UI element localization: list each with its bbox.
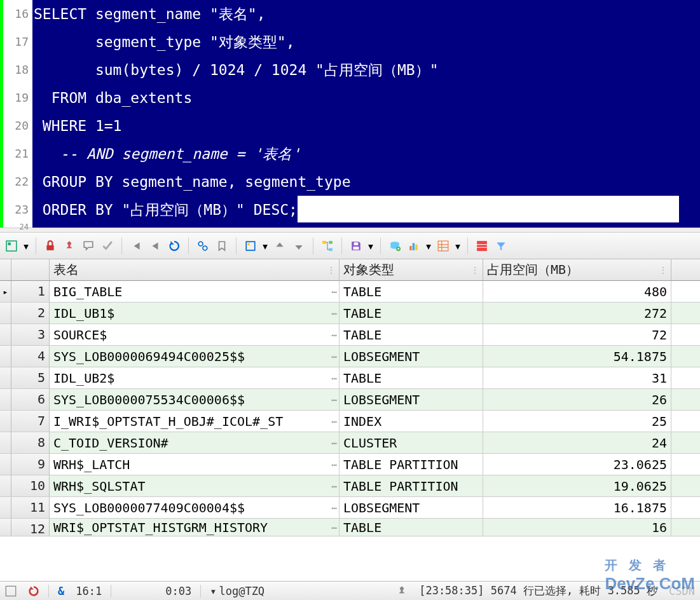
row-indicator[interactable]	[0, 497, 11, 518]
refresh-icon[interactable]	[167, 238, 182, 254]
cell-size[interactable]: 16.1875	[483, 497, 671, 518]
table-row[interactable]: 10 WRH$_SQLSTAT⋯ TABLE PARTITION 19.0625	[0, 475, 700, 497]
cell-name[interactable]: WRH$_LATCH⋯	[50, 454, 340, 475]
cell-type[interactable]: TABLE PARTITION	[340, 475, 483, 496]
cell-type[interactable]: TABLE	[340, 324, 483, 345]
row-number: 5	[11, 367, 50, 388]
cell-size[interactable]: 26	[483, 389, 671, 410]
sb-refresh-icon[interactable]	[25, 585, 42, 597]
grid-red-icon[interactable]	[474, 238, 490, 254]
dropdown-icon[interactable]: ▾	[455, 238, 461, 254]
bookmark-icon[interactable]	[214, 238, 230, 254]
cell-type[interactable]: CLUSTER	[340, 432, 483, 453]
table-row[interactable]: 11 SYS_LOB0000077409C00004$$⋯ LOBSEGMENT…	[0, 497, 700, 519]
column-header-type[interactable]: 对象类型⋮	[340, 259, 483, 280]
cell-size[interactable]: 272	[483, 303, 671, 324]
lock-icon[interactable]	[43, 238, 58, 254]
table-row[interactable]: 2 IDL_UB1$⋯ TABLE 272	[0, 303, 700, 324]
tree-icon[interactable]	[320, 238, 335, 254]
row-indicator[interactable]	[0, 324, 11, 345]
row-indicator[interactable]	[0, 367, 11, 388]
column-header-size[interactable]: 占用空间（MB）⋮	[483, 259, 671, 280]
cell-type[interactable]: TABLE	[340, 303, 483, 324]
save-icon[interactable]	[348, 238, 364, 254]
db-add-icon[interactable]	[387, 238, 402, 254]
dropdown-icon[interactable]: ▾	[262, 238, 268, 254]
cell-name[interactable]: BIG_TABLE⋯	[50, 281, 340, 302]
cell-type[interactable]: LOBSEGMENT	[340, 389, 483, 410]
cell-name[interactable]: IDL_UB2$⋯	[50, 367, 340, 388]
code-line: WHERE 1=1	[34, 112, 700, 140]
prev-icon[interactable]	[148, 238, 163, 254]
chart-icon[interactable]	[406, 238, 422, 254]
cell-type[interactable]: LOBSEGMENT	[340, 346, 483, 367]
table-row[interactable]: 9 WRH$_LATCH⋯ TABLE PARTITION 23.0625	[0, 454, 700, 475]
table-row[interactable]: 6 SYS_LOB0000075534C00006$$⋯ LOBSEGMENT …	[0, 389, 700, 411]
cell-name[interactable]: SYS_LOB0000075534C00006$$⋯	[50, 389, 340, 410]
row-indicator[interactable]: ▸	[0, 281, 11, 302]
code-text[interactable]: SELECT segment_name "表名", segment_type "…	[32, 0, 700, 228]
connection-dropdown[interactable]: ▾ log@TZQ	[207, 585, 267, 597]
dropdown-icon[interactable]: ▾	[23, 238, 29, 254]
check-icon[interactable]	[100, 238, 115, 254]
row-indicator[interactable]	[0, 454, 11, 475]
sb-ampersand-icon[interactable]: &	[55, 585, 67, 597]
cell-name[interactable]: IDL_UB1$⋯	[50, 303, 340, 324]
table-row[interactable]: 5 IDL_UB2$⋯ TABLE 31	[0, 367, 700, 389]
cell-name[interactable]: SYS_LOB0000077409C00004$$⋯	[50, 497, 340, 518]
sql-editor[interactable]: 16 17 18 19 20 21 22 23 24 SELECT segmen…	[0, 0, 700, 228]
row-indicator[interactable]	[0, 346, 11, 367]
cell-size[interactable]: 23.0625	[483, 454, 671, 475]
row-indicator[interactable]	[0, 389, 11, 410]
cell-size[interactable]: 16	[483, 519, 671, 536]
row-indicator[interactable]	[0, 432, 11, 453]
horizontal-splitter[interactable]	[0, 228, 700, 233]
comment-icon[interactable]	[81, 238, 96, 254]
table-row[interactable]: 7 I_WRI$_OPTSTAT_H_OBJ#_ICOL#_ST⋯ INDEX …	[0, 411, 700, 432]
cell-type[interactable]: TABLE	[340, 367, 483, 388]
cell-name[interactable]: SYS_LOB0000069494C00025$$⋯	[50, 346, 340, 367]
row-indicator[interactable]	[0, 303, 11, 324]
cell-type[interactable]: INDEX	[340, 411, 483, 432]
cell-name[interactable]: C_TOID_VERSION#⋯	[50, 432, 340, 453]
table-row[interactable]: 3 SOURCE$⋯ TABLE 72	[0, 324, 700, 346]
sb-rect-icon[interactable]	[3, 585, 19, 597]
cell-type[interactable]: TABLE	[340, 281, 483, 302]
export-icon[interactable]	[243, 238, 258, 254]
dropdown-icon[interactable]: ▾	[367, 238, 374, 254]
cell-size[interactable]: 24	[483, 432, 671, 453]
up-icon[interactable]	[272, 238, 287, 254]
cell-type[interactable]: LOBSEGMENT	[340, 497, 483, 518]
cell-size[interactable]: 31	[483, 367, 671, 388]
table-row[interactable]: 4 SYS_LOB0000069494C00025$$⋯ LOBSEGMENT …	[0, 346, 700, 367]
cell-type[interactable]: TABLE	[340, 519, 483, 536]
table-row[interactable]: 12 WRI$_OPTSTAT_HISTGRM_HISTORY⋯ TABLE 1…	[0, 519, 700, 536]
row-indicator[interactable]	[0, 411, 11, 432]
grid-view-icon[interactable]	[436, 238, 451, 254]
cell-name[interactable]: SOURCE$⋯	[50, 324, 340, 345]
cell-size[interactable]: 480	[483, 281, 671, 302]
pin-icon[interactable]	[62, 238, 77, 254]
column-header-name[interactable]: 表名⋮	[50, 259, 340, 280]
row-selector-header[interactable]	[0, 259, 11, 280]
pin-status-icon[interactable]	[394, 585, 410, 597]
cell-name[interactable]: I_WRI$_OPTSTAT_H_OBJ#_ICOL#_ST⋯	[50, 411, 340, 432]
cell-name[interactable]: WRI$_OPTSTAT_HISTGRM_HISTORY⋯	[50, 519, 340, 536]
rownum-header[interactable]	[11, 259, 50, 280]
row-indicator[interactable]	[0, 519, 11, 536]
cell-size[interactable]: 19.0625	[483, 475, 671, 496]
cell-name[interactable]: WRH$_SQLSTAT⋯	[50, 475, 340, 496]
table-row[interactable]: 8 C_TOID_VERSION#⋯ CLUSTER 24	[0, 432, 700, 454]
down-icon[interactable]	[291, 238, 306, 254]
filter-icon[interactable]	[493, 238, 509, 254]
table-row[interactable]: ▸ 1 BIG_TABLE⋯ TABLE 480	[0, 281, 700, 303]
cell-size[interactable]: 54.1875	[483, 346, 671, 367]
grid-select-icon[interactable]	[4, 238, 19, 254]
cell-size[interactable]: 25	[483, 411, 671, 432]
cell-type[interactable]: TABLE PARTITION	[340, 454, 483, 475]
cell-size[interactable]: 72	[483, 324, 671, 345]
dropdown-icon[interactable]: ▾	[425, 238, 432, 254]
find-icon[interactable]	[195, 238, 210, 254]
first-icon[interactable]	[128, 238, 144, 254]
row-indicator[interactable]	[0, 475, 11, 496]
